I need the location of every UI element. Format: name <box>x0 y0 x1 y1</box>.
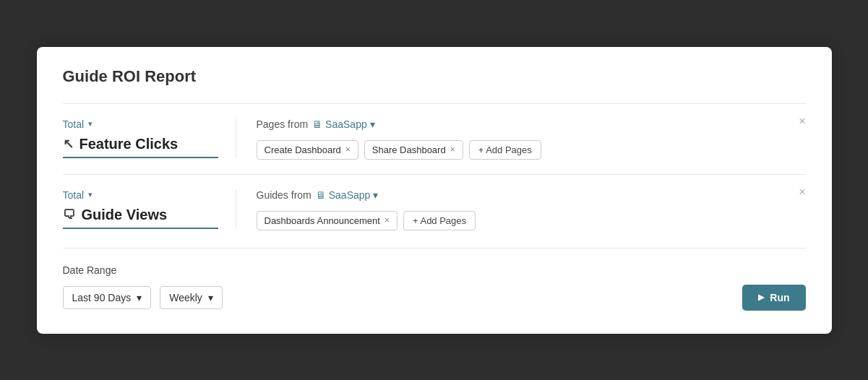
dropdowns-row: Last 90 Days ▾ Weekly ▾ <box>63 286 223 309</box>
chat-icon: 🗨 <box>63 207 76 223</box>
app-name-link-1[interactable]: 🖥 SaaSapp ▾ <box>312 118 375 130</box>
tag-remove-announcement[interactable]: × <box>384 216 390 225</box>
metric-right-1: Pages from 🖥 SaaSapp ▾ Create Dashboard … <box>236 118 806 160</box>
run-label: Run <box>770 292 789 303</box>
total-label-1: Total <box>63 118 85 130</box>
metric-left-1: Total ▾ ↖ Feature Clicks <box>63 118 236 158</box>
play-icon: ▶ <box>758 293 764 302</box>
monitor-icon-1: 🖥 <box>312 118 322 130</box>
run-button[interactable]: ▶ Run <box>742 285 805 311</box>
monitor-icon-2: 🖥 <box>316 189 326 201</box>
chevron-down-icon-app1: ▾ <box>370 118 375 130</box>
chevron-down-icon-app2: ▾ <box>373 189 378 201</box>
interval-value: Weekly <box>169 292 202 303</box>
pages-header-2: Guides from 🖥 SaaSapp ▾ <box>257 189 806 201</box>
chevron-down-icon-range: ▾ <box>137 292 142 303</box>
tag-label-create: Create Dashboard <box>265 144 341 155</box>
tags-row-2: Dashboards Announcement × + Add Pages <box>257 211 806 230</box>
date-section: Date Range Last 90 Days ▾ Weekly ▾ ▶ Run <box>63 248 806 311</box>
tag-label-announcement: Dashboards Announcement <box>265 215 380 226</box>
app-name-link-2[interactable]: 🖥 SaaSapp ▾ <box>316 189 379 201</box>
date-range-label: Date Range <box>63 264 806 276</box>
add-pages-button-2[interactable]: + Add Pages <box>403 211 476 230</box>
chevron-down-icon-1: ▾ <box>88 119 93 129</box>
total-dropdown-1[interactable]: Total ▾ <box>63 118 218 130</box>
tags-row-1: Create Dashboard × Share Dashboard × + A… <box>257 140 806 160</box>
date-range-dropdown[interactable]: Last 90 Days ▾ <box>63 286 152 309</box>
guides-from-label: Guides from <box>257 189 311 201</box>
feature-clicks-label: ↖ Feature Clicks <box>63 136 218 158</box>
pages-header-1: Pages from 🖥 SaaSapp ▾ <box>257 118 806 130</box>
date-controls-row: Last 90 Days ▾ Weekly ▾ ▶ Run <box>63 285 806 311</box>
chevron-down-icon-interval: ▾ <box>208 292 213 303</box>
tag-dashboards-announcement: Dashboards Announcement × <box>257 211 398 230</box>
interval-dropdown[interactable]: Weekly ▾ <box>160 286 223 309</box>
add-pages-button-1[interactable]: + Add Pages <box>469 140 541 160</box>
metric-right-2: Guides from 🖥 SaaSapp ▾ Dashboards Annou… <box>236 189 806 230</box>
cursor-icon: ↖ <box>63 136 74 152</box>
feature-clicks-section: Total ▾ ↖ Feature Clicks Pages from 🖥 Sa… <box>63 103 806 174</box>
close-section1-button[interactable]: × <box>799 116 805 127</box>
guide-views-section: Total ▾ 🗨 Guide Views Guides from 🖥 SaaS… <box>63 174 806 245</box>
metric-left-2: Total ▾ 🗨 Guide Views <box>63 189 236 229</box>
total-dropdown-2[interactable]: Total ▾ <box>63 189 218 201</box>
page-title: Guide ROI Report <box>63 67 806 86</box>
total-label-2: Total <box>63 189 85 201</box>
tag-label-share: Share Dashboard <box>372 144 446 155</box>
guide-views-label: 🗨 Guide Views <box>63 207 218 229</box>
pages-from-label-1: Pages from <box>257 118 309 130</box>
tag-remove-share[interactable]: × <box>450 145 455 154</box>
tag-create-dashboard: Create Dashboard × <box>257 140 358 160</box>
date-range-value: Last 90 Days <box>72 292 132 303</box>
tag-share-dashboard: Share Dashboard × <box>364 140 463 160</box>
close-section2-button[interactable]: × <box>799 186 805 198</box>
chevron-down-icon-2: ▾ <box>88 190 93 199</box>
tag-remove-create[interactable]: × <box>345 145 351 154</box>
main-card: Guide ROI Report Total ▾ ↖ Feature Click… <box>37 47 832 334</box>
